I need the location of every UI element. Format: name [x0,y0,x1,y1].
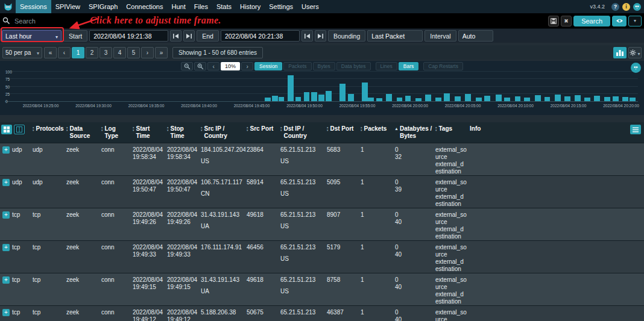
log-type-value[interactable]: conn [101,244,115,251]
expand-row-button[interactable]: + [2,211,10,219]
grid-view-button[interactable] [1,125,12,134]
tag-value[interactable]: external_source [435,211,467,226]
start-time-value[interactable]: 2022/08/04 19:50:47 [133,179,163,193]
log-type-value[interactable]: conn [101,146,115,153]
table-view-button[interactable] [14,125,25,134]
start-time-value[interactable]: 2022/08/04 19:58:34 [133,146,163,160]
zoom-out-button[interactable] [181,62,193,70]
next-page-button[interactable]: › [141,47,154,58]
column-header-data-source[interactable]: ▲▼Data Source [65,124,100,142]
end-skip-back-button[interactable] [301,30,313,42]
expand-row-button[interactable]: + [2,146,10,154]
src-country-value[interactable]: UA [201,288,243,295]
packets-value[interactable]: 1 [361,211,364,218]
start-time-input[interactable] [89,30,168,42]
tag-value[interactable]: external_source [435,309,467,321]
tag-value[interactable]: external_destination [435,161,467,175]
style-toggle-bars[interactable]: Bars [399,62,418,70]
dst-ip-value[interactable]: 65.21.51.213 [280,211,323,219]
nav-item-connections[interactable]: Connections [122,0,167,13]
bytes-value[interactable]: 32 [395,154,432,161]
save-search-button[interactable] [548,16,559,26]
column-header-log-type[interactable]: ▲▼Log Type [100,124,131,142]
interval-select[interactable]: Auto [458,30,493,42]
src-port-value[interactable]: 49618 [247,276,264,283]
databytes-value[interactable]: 0 [395,179,432,186]
src-port-value[interactable]: 49618 [247,211,264,218]
src-country-value[interactable]: US [201,158,243,165]
data-source-value[interactable]: zeek [66,146,79,153]
time-range-select[interactable]: Last hour [2,30,62,42]
packets-value[interactable]: 1 [361,244,364,251]
log-type-value[interactable]: conn [101,276,115,283]
stop-time-value[interactable]: 2022/08/04 19:49:15 [167,276,197,290]
nav-item-spigraph[interactable]: SPIGraph [84,0,122,13]
log-type-value[interactable]: conn [101,309,115,316]
stop-time-value[interactable]: 2022/08/04 19:50:47 [167,179,197,193]
log-type-value[interactable]: conn [101,179,115,185]
end-time-input[interactable] [221,30,300,42]
dst-port-value[interactable]: 8907 [327,211,340,218]
page-button-5[interactable]: 5 [127,47,140,58]
dst-ip-value[interactable]: 65.21.51.213 [280,179,323,186]
series-toggle-data-bytes[interactable]: Data bytes [336,62,371,70]
tag-value[interactable]: external_source [435,146,467,161]
column-header-databytes-bytes[interactable]: ▲Databytes / Bytes [394,124,434,142]
expand-row-button[interactable]: + [2,244,10,251]
databytes-value[interactable]: 0 [395,309,432,316]
nav-item-settings[interactable]: Settings [265,0,297,13]
column-header-src-ip-country[interactable]: ▲▼Src IP / Country [200,124,245,142]
src-ip-value[interactable]: 106.75.171.117 [201,179,243,186]
nav-item-stats[interactable]: Stats [212,0,236,13]
packets-value[interactable]: 1 [361,179,364,185]
prev-page-button[interactable]: ‹ [58,47,71,58]
protocols-value[interactable]: tcp [33,244,40,251]
tag-value[interactable]: external_source [435,276,467,291]
src-port-value[interactable]: 50675 [247,309,264,316]
stop-time-value[interactable]: 2022/08/04 19:58:34 [167,146,197,160]
dst-ip-value[interactable]: 65.21.51.213 [280,244,323,251]
src-ip-value[interactable]: 184.105.247.204 [201,146,243,154]
toggle-graph-button[interactable] [613,47,627,58]
bytes-value[interactable]: 40 [395,251,432,258]
protocols-value[interactable]: tcp [33,211,40,218]
help-button[interactable]: ? [611,3,619,11]
page-button-4[interactable]: 4 [113,47,126,58]
src-ip-value[interactable]: 5.188.206.38 [201,309,243,316]
last-page-button[interactable]: » [155,47,168,58]
packets-value[interactable]: 1 [361,146,364,153]
tag-value[interactable]: external_destination [435,226,467,240]
dst-port-value[interactable]: 5179 [327,244,340,251]
nav-item-history[interactable]: History [236,0,265,13]
start-time-value[interactable]: 2022/08/04 19:49:15 [133,276,163,290]
nav-item-hunt[interactable]: Hunt [167,0,189,13]
column-header-tags[interactable]: ▲▼Tags [434,124,469,142]
stop-time-value[interactable]: 2022/08/04 19:49:26 [167,211,197,225]
data-source-value[interactable]: zeek [66,179,79,185]
src-ip-value[interactable]: 176.111.174.91 [201,244,243,251]
series-toggle-bytes[interactable]: Bytes [313,62,335,70]
owl-button[interactable] [633,3,641,11]
cap-restarts-toggle[interactable]: Cap Restarts [423,62,463,70]
settings-dropdown-button[interactable] [628,47,642,58]
databytes-value[interactable]: 0 [395,146,432,154]
stop-time-value[interactable]: 2022/08/04 19:49:33 [167,244,197,258]
search-button[interactable]: Search [573,16,610,26]
dst-port-value[interactable]: 5095 [327,179,340,185]
data-source-value[interactable]: zeek [66,211,79,218]
bounding-select[interactable]: Last Packet [367,30,423,42]
column-header-dst-port[interactable]: ▲▼Dst Port [326,124,359,142]
dst-ip-value[interactable]: 65.21.51.213 [280,309,323,316]
column-header-stop-time[interactable]: ▲▼Stop Time [166,124,200,142]
chart-area[interactable]: 0255075100 [5,72,638,102]
pan-right-button[interactable]: › [241,62,253,70]
page-button-2[interactable]: 2 [86,47,98,58]
databytes-value[interactable]: 0 [395,276,432,284]
dst-ip-value[interactable]: 65.21.51.213 [280,276,323,284]
tag-value[interactable]: external_source [435,244,467,258]
search-input[interactable] [12,17,546,25]
src-ip-value[interactable]: 31.43.191.143 [201,276,243,284]
dst-country-value[interactable]: US [280,223,323,230]
packets-value[interactable]: 1 [361,276,364,283]
start-time-value[interactable]: 2022/08/04 19:49:33 [133,244,163,258]
